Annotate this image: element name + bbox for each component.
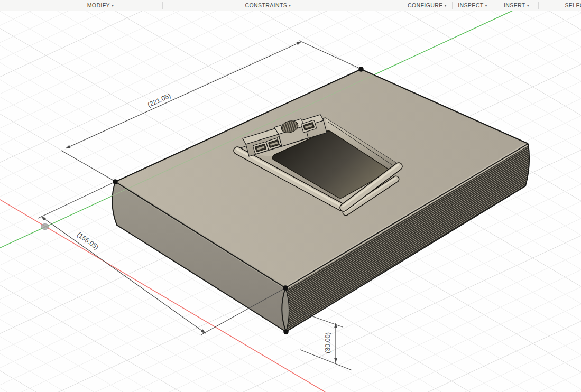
toolbar-separator xyxy=(492,2,492,9)
top-toolbar: MODIFY▾ CONSTRAINTS▾ CONFIGURE▾ INSPECT▾… xyxy=(0,0,581,11)
menu-configure[interactable]: CONFIGURE▾ xyxy=(405,0,449,11)
chevron-down-icon: ▾ xyxy=(485,3,487,8)
vertex-top[interactable] xyxy=(358,67,364,72)
vertex-front-top[interactable] xyxy=(283,285,288,291)
menu-insert[interactable]: INSERT▾ xyxy=(502,0,531,11)
menu-constraints[interactable]: CONSTRAINTS▾ xyxy=(243,0,293,11)
origin-marker[interactable] xyxy=(41,224,49,230)
model-viewport[interactable]: (221.05) (155.05) (30.00) xyxy=(0,0,581,392)
menu-modify[interactable]: MODIFY▾ xyxy=(85,0,116,11)
vertex-front-bottom[interactable] xyxy=(283,329,289,334)
vertex-left[interactable] xyxy=(113,179,118,184)
toolbar-separator xyxy=(162,2,163,9)
toolbar-separator xyxy=(452,2,453,9)
toolbar-separator xyxy=(401,2,401,9)
menu-inspect[interactable]: INSPECT▾ xyxy=(456,0,490,11)
chevron-down-icon: ▾ xyxy=(289,3,291,8)
chevron-down-icon: ▾ xyxy=(112,3,114,8)
menu-select[interactable]: SELECT xyxy=(562,0,581,11)
toolbar-separator xyxy=(538,2,539,9)
toolbar-separator xyxy=(372,2,372,9)
chevron-down-icon: ▾ xyxy=(527,3,529,8)
dimension-label-height[interactable]: (30.00) xyxy=(324,332,331,353)
chevron-down-icon: ▾ xyxy=(445,3,447,8)
app-window: (221.05) (155.05) (30.00) MODIFY▾ CONSTR… xyxy=(0,0,581,392)
